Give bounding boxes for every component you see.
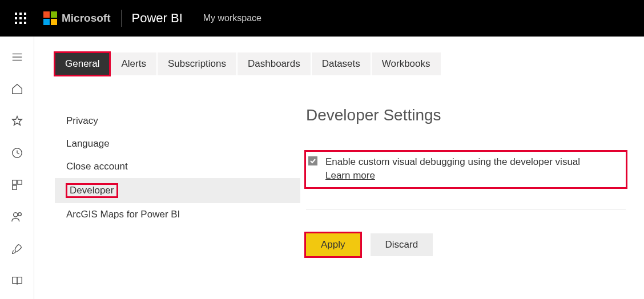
settings-detail-panel: Developer Settings Enable custom visual … bbox=[300, 110, 630, 256]
enable-dev-visual-option[interactable]: Enable custom visual debugging using the… bbox=[306, 152, 626, 187]
microsoft-logo-icon bbox=[43, 11, 57, 25]
tab-datasets[interactable]: Datasets bbox=[312, 52, 371, 75]
hamburger-icon[interactable] bbox=[3, 43, 31, 71]
tab-label: Workbooks bbox=[382, 58, 430, 69]
button-label: Apply bbox=[321, 239, 345, 250]
svg-rect-8 bbox=[17, 180, 21, 184]
tab-alerts[interactable]: Alerts bbox=[111, 52, 156, 75]
nav-item-label: Privacy bbox=[66, 115, 98, 126]
settings-nav-close-account[interactable]: Close account bbox=[55, 155, 300, 178]
clock-icon[interactable] bbox=[3, 139, 31, 167]
svg-rect-9 bbox=[12, 185, 16, 189]
workspace-crumb[interactable]: My workspace bbox=[203, 13, 261, 23]
tab-dashboards[interactable]: Dashboards bbox=[238, 52, 311, 75]
settings-tabs: General Alerts Subscriptions Dashboards … bbox=[55, 52, 630, 75]
app-launcher-icon[interactable] bbox=[9, 13, 32, 24]
nav-item-label: ArcGIS Maps for Power BI bbox=[66, 209, 180, 220]
svg-marker-3 bbox=[12, 116, 22, 126]
header-divider bbox=[121, 10, 122, 27]
checkbox-icon[interactable] bbox=[308, 156, 317, 165]
settings-nav-language[interactable]: Language bbox=[55, 132, 300, 155]
checkbox-label-text: Enable custom visual debugging using the… bbox=[325, 156, 580, 167]
tab-label: Subscriptions bbox=[168, 58, 226, 69]
svg-rect-7 bbox=[12, 180, 16, 184]
divider bbox=[306, 209, 626, 209]
nav-item-label: Language bbox=[66, 138, 110, 149]
tab-workbooks[interactable]: Workbooks bbox=[372, 52, 441, 75]
svg-line-6 bbox=[17, 153, 19, 154]
settings-sidebar: Privacy Language Close account Developer… bbox=[55, 110, 300, 256]
settings-nav-arcgis[interactable]: ArcGIS Maps for Power BI bbox=[55, 203, 300, 226]
tab-label: Dashboards bbox=[248, 58, 300, 69]
star-icon[interactable] bbox=[3, 107, 31, 135]
svg-point-11 bbox=[18, 213, 21, 216]
settings-title: Developer Settings bbox=[306, 106, 626, 124]
nav-item-label: Developer bbox=[66, 184, 118, 197]
apps-icon[interactable] bbox=[3, 171, 31, 199]
tab-label: Datasets bbox=[322, 58, 360, 69]
tab-label: General bbox=[65, 58, 99, 69]
discard-button[interactable]: Discard bbox=[371, 233, 433, 256]
nav-item-label: Close account bbox=[66, 161, 128, 172]
left-nav-rail bbox=[0, 37, 34, 299]
book-icon[interactable] bbox=[3, 267, 31, 294]
settings-content: General Alerts Subscriptions Dashboards … bbox=[34, 37, 644, 299]
rocket-icon[interactable] bbox=[3, 235, 31, 262]
action-buttons: Apply Discard bbox=[306, 233, 626, 256]
tab-label: Alerts bbox=[121, 58, 146, 69]
button-label: Discard bbox=[385, 239, 418, 250]
brand-text: Microsoft bbox=[62, 12, 111, 25]
people-icon[interactable] bbox=[3, 203, 31, 231]
product-name[interactable]: Power BI bbox=[132, 11, 183, 26]
checkbox-text: Enable custom visual debugging using the… bbox=[325, 155, 580, 183]
settings-nav-privacy[interactable]: Privacy bbox=[55, 110, 300, 132]
tab-subscriptions[interactable]: Subscriptions bbox=[158, 52, 236, 75]
brand-logo: Microsoft bbox=[43, 11, 111, 25]
home-icon[interactable] bbox=[3, 75, 31, 103]
apply-button[interactable]: Apply bbox=[306, 233, 360, 256]
svg-point-10 bbox=[13, 213, 17, 217]
tab-general[interactable]: General bbox=[55, 52, 110, 75]
settings-nav-developer[interactable]: Developer bbox=[55, 178, 300, 203]
learn-more-link[interactable]: Learn more bbox=[325, 170, 375, 181]
app-header: Microsoft Power BI My workspace bbox=[0, 0, 644, 37]
